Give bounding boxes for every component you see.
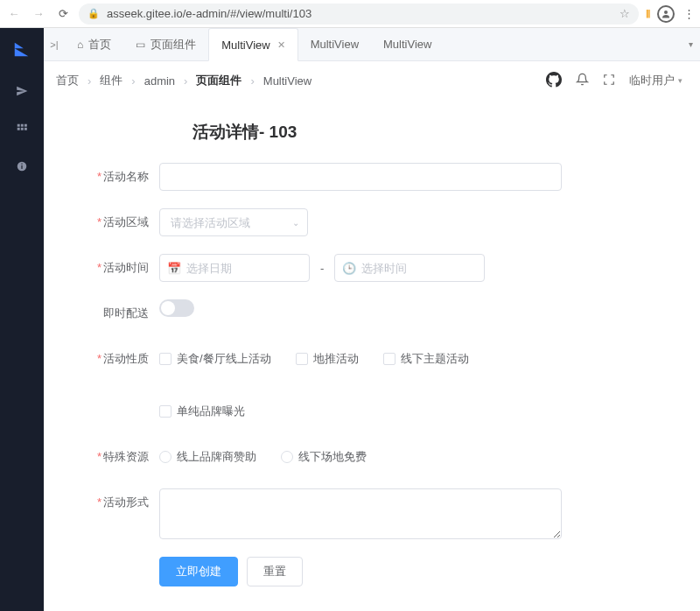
svg-rect-6 xyxy=(24,128,27,130)
label-name: 活动名称 xyxy=(103,170,149,183)
url-text: asseek.gitee.io/e-admin/#/view/multi/103 xyxy=(107,7,312,20)
crumb-item[interactable]: 组件 xyxy=(100,73,122,88)
header-row: 首页› 组件› admin› 页面组件› MultiView 临时用户 ▾ xyxy=(44,61,700,100)
row-nature: *活动性质 美食/餐厅线上活动 地推活动 线下主题活动 单纯品牌曝光 xyxy=(96,345,586,425)
breadcrumb: 首页› 组件› admin› 页面组件› MultiView xyxy=(56,73,312,88)
activity-form: *活动名称 *活动区域 ⌄ *活动时间 xyxy=(96,163,586,586)
extension-icon[interactable]: ⦀ xyxy=(646,7,648,21)
row-desc: *活动形式 xyxy=(96,488,586,539)
radio-resource-1[interactable]: 线下场地免费 xyxy=(281,443,367,471)
tab-label: 首页 xyxy=(88,37,111,53)
github-icon[interactable] xyxy=(546,72,562,90)
submit-button[interactable]: 立即创建 xyxy=(159,557,238,586)
svg-rect-5 xyxy=(21,128,24,130)
checkbox-nature-3[interactable]: 单纯品牌曝光 xyxy=(159,397,245,425)
tab-page-components[interactable]: ▭ 页面组件 xyxy=(123,28,208,60)
tab-label: MultiView xyxy=(383,38,431,51)
tab-label: MultiView xyxy=(221,39,270,52)
label-delivery: 即时配送 xyxy=(103,306,149,320)
back-icon[interactable]: ← xyxy=(5,7,23,20)
svg-rect-4 xyxy=(18,128,20,130)
clock-icon: 🕒 xyxy=(342,262,356,275)
row-region: *活动区域 ⌄ xyxy=(96,208,586,236)
desc-textarea[interactable] xyxy=(159,488,562,539)
forward-icon[interactable]: → xyxy=(30,7,47,20)
nav-send-icon[interactable] xyxy=(16,85,28,100)
svg-point-0 xyxy=(664,11,668,14)
svg-rect-1 xyxy=(18,124,20,127)
region-select[interactable] xyxy=(159,208,308,236)
range-dash: - xyxy=(318,262,326,275)
url-bar[interactable]: 🔒 asseek.gitee.io/e-admin/#/view/multi/1… xyxy=(79,4,639,25)
row-actions: 立即创建 重置 xyxy=(96,557,586,586)
checkbox-nature-1[interactable]: 地推活动 xyxy=(296,345,359,373)
menu-icon[interactable]: ⋮ xyxy=(683,7,695,20)
crumb-item[interactable]: 首页 xyxy=(56,73,79,88)
chevron-down-icon: ⌄ xyxy=(292,218,299,228)
label-nature: 活动性质 xyxy=(103,352,149,365)
crumb-item[interactable]: admin xyxy=(144,74,175,88)
fullscreen-icon[interactable] xyxy=(603,74,615,88)
close-icon[interactable]: ✕ xyxy=(277,39,285,51)
calendar-icon: 📅 xyxy=(167,262,181,275)
nav-grid-icon[interactable] xyxy=(16,123,28,137)
radio-resource-0[interactable]: 线上品牌商赞助 xyxy=(159,443,256,471)
tab-multiview-2[interactable]: MultiView xyxy=(298,28,371,60)
reset-button[interactable]: 重置 xyxy=(247,557,303,586)
star-icon[interactable]: ☆ xyxy=(620,7,630,20)
app-sidebar xyxy=(0,28,44,611)
date-input[interactable] xyxy=(159,254,310,282)
svg-rect-9 xyxy=(21,164,22,165)
collapse-sidebar-icon[interactable]: >| xyxy=(44,28,65,60)
lock-icon: 🔒 xyxy=(88,8,100,19)
label-region: 活动区域 xyxy=(103,215,149,228)
nav-info-icon[interactable] xyxy=(16,160,28,175)
crumb-item: MultiView xyxy=(263,74,312,88)
row-resource: *特殊资源 线上品牌商赞助 线下场地免费 xyxy=(96,443,586,471)
checkbox-nature-2[interactable]: 线下主题活动 xyxy=(383,345,469,373)
user-label: 临时用户 xyxy=(629,73,675,88)
home-icon: ⌂ xyxy=(77,39,83,51)
time-input[interactable] xyxy=(334,254,485,282)
checkbox-nature-0[interactable]: 美食/餐厅线上活动 xyxy=(159,345,271,373)
tab-multiview-3[interactable]: MultiView xyxy=(371,28,444,60)
row-name: *活动名称 xyxy=(96,163,586,191)
reload-icon[interactable]: ⟳ xyxy=(54,7,72,20)
page-icon: ▭ xyxy=(136,39,145,51)
profile-icon[interactable] xyxy=(657,5,675,23)
tab-home[interactable]: ⌂ 首页 xyxy=(65,28,123,60)
page-title: 活动详情- 103 xyxy=(192,121,700,144)
delivery-switch[interactable] xyxy=(159,299,194,317)
name-input[interactable] xyxy=(159,163,562,191)
svg-rect-3 xyxy=(24,124,27,127)
row-time: *活动时间 📅 - 🕒 xyxy=(96,254,586,282)
row-delivery: 即时配送 xyxy=(96,299,586,327)
logo-icon[interactable] xyxy=(12,40,32,62)
crumb-item[interactable]: 页面组件 xyxy=(196,73,242,88)
tab-label: MultiView xyxy=(311,38,359,51)
svg-rect-8 xyxy=(21,165,22,169)
svg-rect-2 xyxy=(21,124,24,127)
label-resource: 特殊资源 xyxy=(103,450,149,463)
user-menu[interactable]: 临时用户 ▾ xyxy=(629,73,682,88)
chevron-down-icon: ▾ xyxy=(678,76,682,85)
tab-multiview-active[interactable]: MultiView ✕ xyxy=(208,28,298,61)
tabs-dropdown-icon[interactable]: ▾ xyxy=(681,28,700,60)
content-area: 活动详情- 103 *活动名称 *活动区域 ⌄ *活 xyxy=(44,100,700,611)
browser-toolbar: ← → ⟳ 🔒 asseek.gitee.io/e-admin/#/view/m… xyxy=(0,0,700,28)
tab-strip: >| ⌂ 首页 ▭ 页面组件 MultiView ✕ MultiView Mul… xyxy=(44,28,700,61)
bell-icon[interactable] xyxy=(576,73,589,88)
label-time: 活动时间 xyxy=(103,261,149,274)
tab-label: 页面组件 xyxy=(150,37,196,53)
label-desc: 活动形式 xyxy=(103,495,149,509)
